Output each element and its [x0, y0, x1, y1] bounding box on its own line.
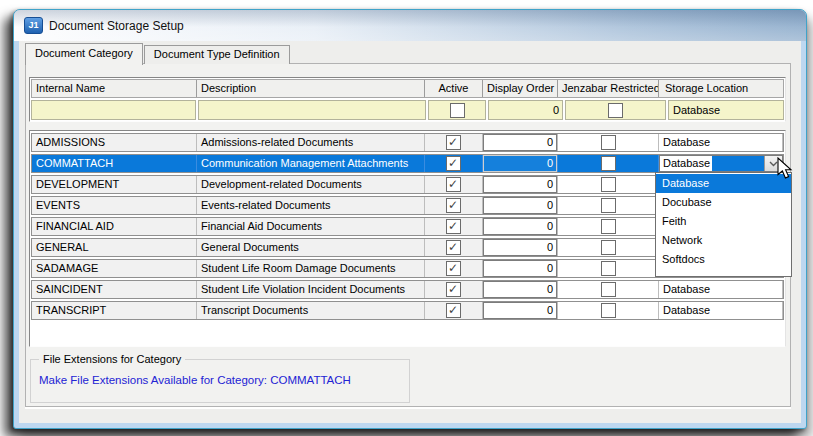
jenzabar-restricted-checkbox[interactable]	[601, 303, 616, 318]
cell-active	[425, 302, 483, 319]
cell-jenzabar-restricted	[558, 197, 659, 214]
column-header-internal-name[interactable]: Internal Name	[32, 80, 197, 97]
screenshot-stage: J1 Document Storage Setup Document Categ…	[0, 0, 813, 436]
cell-jenzabar-restricted	[558, 155, 659, 172]
cell-active	[425, 260, 483, 277]
jenzabar-restricted-checkbox[interactable]	[601, 282, 616, 297]
jenzabar-restricted-checkbox[interactable]	[601, 156, 616, 171]
active-checkbox[interactable]	[446, 156, 461, 171]
jenzabar-restricted-checkbox[interactable]	[601, 198, 616, 213]
cell-jenzabar-restricted	[558, 134, 659, 151]
cell-description: Admissions-related Documents	[197, 134, 425, 151]
grid-row-admissions[interactable]: ADMISSIONSAdmissions-related Documents0D…	[31, 133, 784, 152]
display-order-field[interactable]: 0	[483, 197, 557, 214]
dropdown-item-docubase[interactable]: Docubase	[656, 193, 791, 212]
cell-internal-name: COMMATTACH	[32, 155, 197, 172]
cell-active	[425, 281, 483, 298]
display-order-field[interactable]: 0	[483, 155, 557, 172]
active-checkbox[interactable]	[446, 219, 461, 234]
cell-jenzabar-restricted	[558, 239, 659, 256]
filter-active-checkbox[interactable]	[450, 103, 465, 118]
cell-display-order: 0	[483, 218, 558, 235]
make-file-extensions-link[interactable]: Make File Extensions Available for Categ…	[39, 374, 351, 386]
cell-active	[425, 176, 483, 193]
cell-active	[425, 218, 483, 235]
cell-display-order: 0	[483, 197, 558, 214]
active-checkbox[interactable]	[446, 261, 461, 276]
column-header-storage-location[interactable]: Storage Location	[659, 80, 783, 97]
file-extensions-group-label: File Extensions for Category	[39, 353, 185, 365]
dropdown-item-database[interactable]: Database	[656, 174, 791, 193]
cell-description: Development-related Documents	[197, 176, 425, 193]
combobox-text-selection	[712, 156, 764, 171]
cell-active	[425, 155, 483, 172]
cell-jenzabar-restricted	[558, 302, 659, 319]
storage-location-dropdown-list: DatabaseDocubaseFeithNetworkSoftdocs	[655, 172, 792, 277]
grid-header-container: Internal NameDescriptionActiveDisplay Or…	[29, 77, 786, 122]
dropdown-item-network[interactable]: Network	[656, 231, 791, 250]
cell-jenzabar-restricted	[558, 218, 659, 235]
filter-description-input[interactable]	[198, 100, 426, 120]
cell-display-order: 0	[483, 281, 558, 298]
cell-description: Communication Management Attachments	[197, 155, 425, 172]
dropdown-item-softdocs[interactable]: Softdocs	[656, 250, 791, 269]
cell-storage-location: Database	[659, 134, 783, 151]
cell-internal-name: TRANSCRIPT	[32, 302, 197, 319]
file-extensions-groupbox: File Extensions for Category Make File E…	[30, 359, 410, 403]
jenzabar-restricted-checkbox[interactable]	[601, 261, 616, 276]
grid-row-commattach[interactable]: COMMATTACHCommunication Management Attac…	[31, 154, 784, 173]
dialog-client-area: Document Category Document Type Definiti…	[19, 41, 801, 423]
display-order-field[interactable]: 0	[483, 302, 557, 319]
cell-internal-name: SAINCIDENT	[32, 281, 197, 298]
display-order-field[interactable]: 0	[483, 176, 557, 193]
display-order-field[interactable]: 0	[483, 218, 557, 235]
cell-internal-name: FINANCIAL AID	[32, 218, 197, 235]
active-checkbox[interactable]	[446, 282, 461, 297]
dropdown-item-feith[interactable]: Feith	[656, 212, 791, 231]
cell-description: Student Life Room Damage Documents	[197, 260, 425, 277]
cell-internal-name: ADMISSIONS	[32, 134, 197, 151]
window-titlebar[interactable]: J1 Document Storage Setup	[14, 10, 806, 41]
column-header-description[interactable]: Description	[197, 80, 425, 97]
active-checkbox[interactable]	[446, 303, 461, 318]
filter-jenzabar-restricted-cell	[565, 100, 666, 120]
active-checkbox[interactable]	[446, 177, 461, 192]
filter-active-cell	[428, 100, 486, 120]
active-checkbox[interactable]	[446, 135, 461, 150]
filter-internal-name-input[interactable]	[31, 100, 196, 120]
filter-jenzabar-restricted-checkbox[interactable]	[608, 103, 623, 118]
cell-internal-name: EVENTS	[32, 197, 197, 214]
column-header-active[interactable]: Active	[425, 80, 483, 97]
cell-internal-name: SADAMAGE	[32, 260, 197, 277]
display-order-field[interactable]: 0	[483, 260, 557, 277]
column-header-jenzabar-restricted[interactable]: Jenzabar Restricted	[558, 80, 659, 97]
column-header-display-order[interactable]: Display Order	[483, 80, 558, 97]
cell-description: Transcript Documents	[197, 302, 425, 319]
jenzabar-restricted-checkbox[interactable]	[601, 219, 616, 234]
jenzabar-restricted-checkbox[interactable]	[601, 240, 616, 255]
grid-row-transcript[interactable]: TRANSCRIPTTranscript Documents0Database	[31, 301, 784, 320]
combobox-editor-text[interactable]: Database	[660, 156, 712, 171]
display-order-field[interactable]: 0	[483, 239, 557, 256]
cell-description: Events-related Documents	[197, 197, 425, 214]
display-order-field[interactable]: 0	[483, 134, 557, 151]
tab-document-type-definition[interactable]: Document Type Definition	[144, 45, 290, 64]
tab-strip: Document Category Document Type Definiti…	[25, 43, 291, 64]
grid-header-row: Internal NameDescriptionActiveDisplay Or…	[31, 79, 784, 98]
cell-active	[425, 134, 483, 151]
storage-location-combobox[interactable]: Database	[659, 155, 783, 172]
tab-document-category[interactable]: Document Category	[25, 43, 143, 65]
jenzabar-restricted-checkbox[interactable]	[601, 177, 616, 192]
cell-display-order: 0	[483, 134, 558, 151]
cell-active	[425, 239, 483, 256]
filter-display-order-input[interactable]: 0	[488, 100, 563, 120]
filter-storage-location-input[interactable]: Database	[668, 100, 784, 120]
cell-storage-location: Database	[659, 155, 783, 172]
cell-description: Financial Aid Documents	[197, 218, 425, 235]
grid-row-saincident[interactable]: SAINCIDENTStudent Life Violation Inciden…	[31, 280, 784, 299]
active-checkbox[interactable]	[446, 198, 461, 213]
jenzabar-restricted-checkbox[interactable]	[601, 135, 616, 150]
display-order-field[interactable]: 0	[483, 281, 557, 298]
cell-jenzabar-restricted	[558, 176, 659, 193]
active-checkbox[interactable]	[446, 240, 461, 255]
